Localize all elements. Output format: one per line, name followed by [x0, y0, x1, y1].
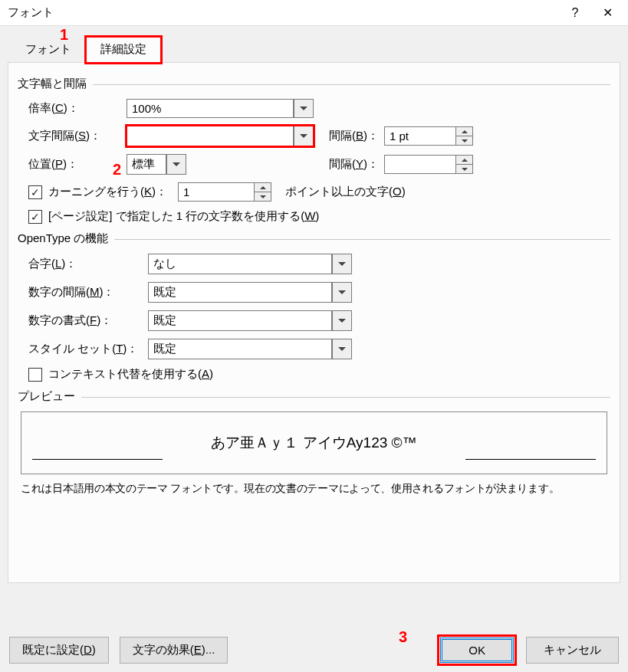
ligatures-value[interactable]: なし — [148, 254, 332, 274]
kerning-input[interactable] — [178, 182, 255, 202]
by-spinner-1[interactable] — [384, 126, 473, 146]
numspacing-value[interactable]: 既定 — [148, 282, 332, 303]
chevron-down-icon[interactable] — [332, 282, 352, 303]
by-input-1[interactable] — [384, 126, 456, 146]
ligatures-combo[interactable]: なし — [148, 254, 352, 274]
spinner-up-icon[interactable] — [456, 156, 472, 164]
numforms-label: 数字の書式(F)： — [28, 313, 148, 328]
text-effects-button[interactable]: 文字の効果(E)... — [120, 637, 229, 664]
contextual-label: コンテキスト代替を使用する(A) — [48, 367, 213, 382]
close-button[interactable]: ✕ — [591, 5, 623, 20]
position-label: 位置(P)： — [28, 157, 127, 172]
by-label-1: 間隔(B)： — [329, 129, 384, 143]
numspacing-label: 数字の間隔(M)： — [28, 285, 148, 300]
preview-note: これは日本語用の本文のテーマ フォントです。現在の文書のテーマによって、使用され… — [21, 482, 607, 496]
cancel-button[interactable]: キャンセル — [526, 637, 619, 664]
scale-label: 倍率(C)： — [28, 101, 127, 116]
numforms-value[interactable]: 既定 — [148, 310, 332, 331]
by-label-2: 間隔(Y)： — [329, 157, 384, 172]
scale-combo[interactable] — [127, 99, 314, 118]
contextual-checkbox[interactable] — [28, 368, 42, 382]
by-input-2[interactable] — [384, 155, 456, 174]
preview-box: あア亜Ａｙ１ アイウAy123 ©™ — [21, 411, 607, 474]
group-preview: プレビュー — [18, 389, 610, 404]
scale-input[interactable] — [127, 99, 294, 118]
preview-sample: あア亜Ａｙ１ アイウAy123 ©™ — [211, 433, 416, 453]
spinner-down-icon[interactable] — [456, 136, 472, 145]
position-combo[interactable]: 標準 — [127, 154, 186, 175]
button-bar: 既定に設定(D) 文字の効果(E)... OK キャンセル — [9, 636, 619, 664]
kerning-label: カーニングを行う(K)： — [48, 185, 167, 199]
char-spacing-label: 文字間隔(S)： — [28, 129, 127, 143]
numspacing-combo[interactable]: 既定 — [148, 282, 352, 303]
ok-button-highlight: OK — [439, 636, 515, 664]
styleset-label: スタイル セット(T)： — [28, 342, 148, 356]
spinner-down-icon[interactable] — [255, 192, 271, 201]
by-spinner-2[interactable] — [384, 155, 473, 174]
set-default-button[interactable]: 既定に設定(D) — [9, 637, 109, 664]
ok-button[interactable]: OK — [440, 638, 514, 663]
chevron-down-icon[interactable] — [294, 126, 314, 146]
char-spacing-value[interactable]: 狭く — [127, 126, 294, 146]
group-opentype: OpenType の機能 — [18, 231, 610, 246]
dialog-body: 1 フォント 詳細設定 文字幅と間隔 倍率(C)： 2 文字間隔(S)： 狭く … — [0, 26, 628, 672]
styleset-combo[interactable]: 既定 — [148, 339, 352, 359]
chevron-down-icon[interactable] — [294, 99, 314, 118]
tab-advanced[interactable]: 詳細設定 — [86, 37, 161, 63]
chevron-down-icon[interactable] — [332, 310, 352, 331]
annotation-marker-2: 2 — [113, 161, 121, 179]
position-value[interactable]: 標準 — [127, 154, 166, 175]
tab-font[interactable]: フォント — [11, 37, 86, 63]
numforms-combo[interactable]: 既定 — [148, 310, 352, 331]
help-button[interactable]: ? — [559, 6, 591, 20]
title-bar: フォント ? ✕ — [0, 0, 628, 26]
kerning-spinner[interactable] — [178, 182, 271, 202]
tab-content: 文字幅と間隔 倍率(C)： 2 文字間隔(S)： 狭く 間隔(B)： 位置(P)… — [8, 62, 620, 583]
styleset-value[interactable]: 既定 — [148, 339, 332, 359]
use-page-checkbox[interactable] — [28, 210, 42, 224]
window-title: フォント — [8, 5, 559, 20]
kerning-checkbox[interactable] — [28, 185, 42, 199]
ligatures-label: 合字(L)： — [28, 257, 148, 271]
chevron-down-icon[interactable] — [332, 254, 352, 274]
kerning-after-label: ポイント以上の文字(O) — [285, 185, 406, 199]
tab-strip: フォント 詳細設定 — [8, 26, 620, 63]
chevron-down-icon[interactable] — [332, 339, 352, 359]
use-page-label: [ページ設定] で指定した 1 行の文字数を使用する(W) — [48, 209, 319, 224]
chevron-down-icon[interactable] — [166, 154, 186, 175]
spinner-up-icon[interactable] — [255, 183, 271, 192]
char-spacing-combo[interactable]: 狭く — [127, 126, 314, 146]
spinner-down-icon[interactable] — [456, 164, 472, 173]
spinner-up-icon[interactable] — [456, 127, 472, 136]
group-char-spacing: 文字幅と間隔 — [18, 77, 610, 91]
